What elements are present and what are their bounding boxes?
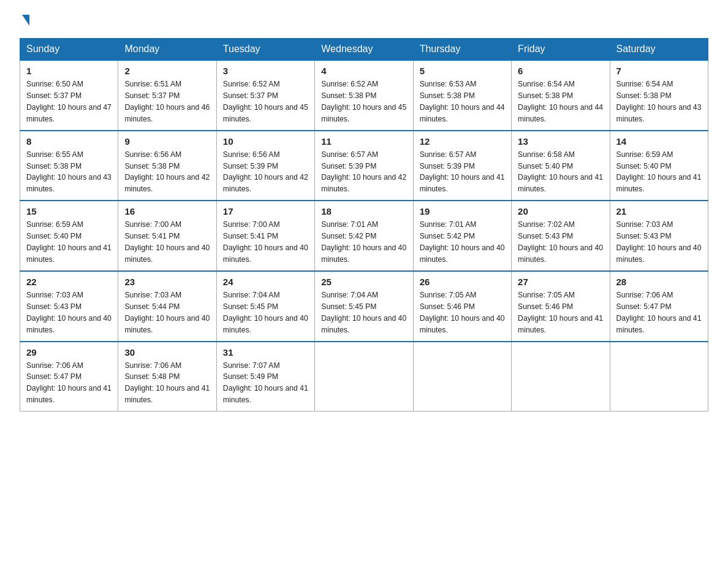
calendar-day-header: Tuesday [216, 39, 314, 61]
calendar-day-cell: 24Sunrise: 7:04 AMSunset: 5:45 PMDayligh… [216, 271, 314, 342]
calendar-day-cell [413, 342, 511, 412]
calendar-day-cell: 1Sunrise: 6:50 AMSunset: 5:37 PMDaylight… [20, 60, 118, 131]
calendar-day-cell: 21Sunrise: 7:03 AMSunset: 5:43 PMDayligh… [610, 201, 708, 271]
day-sun-info: Sunrise: 7:07 AMSunset: 5:49 PMDaylight:… [223, 360, 308, 407]
day-number: 25 [321, 277, 406, 287]
day-number: 22 [26, 277, 112, 287]
day-number: 4 [321, 66, 406, 76]
day-sun-info: Sunrise: 6:51 AMSunset: 5:37 PMDaylight:… [124, 79, 210, 125]
day-number: 23 [124, 277, 210, 287]
day-sun-info: Sunrise: 7:03 AMSunset: 5:43 PMDaylight:… [616, 219, 702, 266]
day-sun-info: Sunrise: 6:55 AMSunset: 5:38 PMDaylight:… [26, 149, 112, 196]
day-sun-info: Sunrise: 7:06 AMSunset: 5:47 PMDaylight:… [616, 289, 702, 336]
day-number: 19 [420, 206, 505, 216]
day-number: 5 [420, 66, 505, 76]
day-number: 31 [223, 347, 308, 358]
logo-arrow-icon [22, 15, 29, 26]
day-sun-info: Sunrise: 6:52 AMSunset: 5:38 PMDaylight:… [321, 79, 406, 125]
day-number: 13 [518, 136, 603, 147]
day-number: 28 [616, 277, 702, 287]
calendar-day-cell: 5Sunrise: 6:53 AMSunset: 5:38 PMDaylight… [413, 60, 511, 131]
calendar-week-row: 15Sunrise: 6:59 AMSunset: 5:40 PMDayligh… [20, 201, 708, 271]
day-sun-info: Sunrise: 7:03 AMSunset: 5:43 PMDaylight:… [26, 289, 112, 336]
calendar-day-cell [315, 342, 413, 412]
calendar-day-cell [512, 342, 610, 412]
day-sun-info: Sunrise: 6:54 AMSunset: 5:38 PMDaylight:… [616, 79, 702, 125]
calendar-day-cell: 13Sunrise: 6:58 AMSunset: 5:40 PMDayligh… [512, 131, 610, 201]
day-number: 26 [420, 277, 505, 287]
calendar-day-cell: 10Sunrise: 6:56 AMSunset: 5:39 PMDayligh… [216, 131, 314, 201]
day-number: 6 [518, 66, 603, 76]
day-number: 16 [124, 206, 210, 216]
day-number: 12 [420, 136, 505, 147]
calendar-week-row: 22Sunrise: 7:03 AMSunset: 5:43 PMDayligh… [20, 271, 708, 342]
day-sun-info: Sunrise: 6:59 AMSunset: 5:40 PMDaylight:… [616, 149, 702, 196]
calendar-day-cell: 9Sunrise: 6:56 AMSunset: 5:38 PMDaylight… [118, 131, 216, 201]
day-sun-info: Sunrise: 7:01 AMSunset: 5:42 PMDaylight:… [420, 219, 505, 266]
calendar-week-row: 1Sunrise: 6:50 AMSunset: 5:37 PMDaylight… [20, 60, 708, 131]
day-number: 24 [223, 277, 308, 287]
calendar-day-cell: 8Sunrise: 6:55 AMSunset: 5:38 PMDaylight… [20, 131, 118, 201]
day-number: 21 [616, 206, 702, 216]
day-sun-info: Sunrise: 7:04 AMSunset: 5:45 PMDaylight:… [223, 289, 308, 336]
day-number: 17 [223, 206, 308, 216]
calendar-day-cell: 18Sunrise: 7:01 AMSunset: 5:42 PMDayligh… [315, 201, 413, 271]
calendar-week-row: 29Sunrise: 7:06 AMSunset: 5:47 PMDayligh… [20, 342, 708, 412]
day-number: 10 [223, 136, 308, 147]
calendar-day-header: Sunday [20, 39, 118, 61]
day-sun-info: Sunrise: 6:57 AMSunset: 5:39 PMDaylight:… [321, 149, 406, 196]
day-number: 8 [26, 136, 112, 147]
day-sun-info: Sunrise: 7:04 AMSunset: 5:45 PMDaylight:… [321, 289, 406, 336]
day-sun-info: Sunrise: 6:56 AMSunset: 5:38 PMDaylight:… [124, 149, 210, 196]
calendar-day-cell: 15Sunrise: 6:59 AMSunset: 5:40 PMDayligh… [20, 201, 118, 271]
day-number: 7 [616, 66, 702, 76]
logo [20, 15, 29, 27]
calendar-day-cell: 19Sunrise: 7:01 AMSunset: 5:42 PMDayligh… [413, 201, 511, 271]
calendar-day-cell: 12Sunrise: 6:57 AMSunset: 5:39 PMDayligh… [413, 131, 511, 201]
day-number: 11 [321, 136, 406, 147]
day-sun-info: Sunrise: 6:57 AMSunset: 5:39 PMDaylight:… [420, 149, 505, 196]
day-number: 18 [321, 206, 406, 216]
day-sun-info: Sunrise: 6:53 AMSunset: 5:38 PMDaylight:… [420, 79, 505, 125]
day-sun-info: Sunrise: 7:05 AMSunset: 5:46 PMDaylight:… [420, 289, 505, 336]
calendar-day-cell: 7Sunrise: 6:54 AMSunset: 5:38 PMDaylight… [610, 60, 708, 131]
calendar-day-cell: 11Sunrise: 6:57 AMSunset: 5:39 PMDayligh… [315, 131, 413, 201]
calendar-day-cell: 2Sunrise: 6:51 AMSunset: 5:37 PMDaylight… [118, 60, 216, 131]
calendar-day-cell: 25Sunrise: 7:04 AMSunset: 5:45 PMDayligh… [315, 271, 413, 342]
calendar-day-cell: 29Sunrise: 7:06 AMSunset: 5:47 PMDayligh… [20, 342, 118, 412]
day-sun-info: Sunrise: 7:05 AMSunset: 5:46 PMDaylight:… [518, 289, 603, 336]
day-number: 30 [124, 347, 210, 358]
calendar-day-cell: 22Sunrise: 7:03 AMSunset: 5:43 PMDayligh… [20, 271, 118, 342]
calendar-day-cell: 17Sunrise: 7:00 AMSunset: 5:41 PMDayligh… [216, 201, 314, 271]
calendar-day-cell: 31Sunrise: 7:07 AMSunset: 5:49 PMDayligh… [216, 342, 314, 412]
day-number: 14 [616, 136, 702, 147]
calendar-day-header: Wednesday [315, 39, 413, 61]
day-sun-info: Sunrise: 7:00 AMSunset: 5:41 PMDaylight:… [223, 219, 308, 266]
day-sun-info: Sunrise: 6:52 AMSunset: 5:37 PMDaylight:… [223, 79, 308, 125]
day-number: 29 [26, 347, 112, 358]
calendar-day-cell: 6Sunrise: 6:54 AMSunset: 5:38 PMDaylight… [512, 60, 610, 131]
day-number: 9 [124, 136, 210, 147]
day-sun-info: Sunrise: 6:59 AMSunset: 5:40 PMDaylight:… [26, 219, 112, 266]
day-sun-info: Sunrise: 7:06 AMSunset: 5:47 PMDaylight:… [26, 360, 112, 407]
calendar-day-cell: 3Sunrise: 6:52 AMSunset: 5:37 PMDaylight… [216, 60, 314, 131]
day-number: 15 [26, 206, 112, 216]
calendar-day-cell: 26Sunrise: 7:05 AMSunset: 5:46 PMDayligh… [413, 271, 511, 342]
day-sun-info: Sunrise: 6:56 AMSunset: 5:39 PMDaylight:… [223, 149, 308, 196]
day-sun-info: Sunrise: 6:58 AMSunset: 5:40 PMDaylight:… [518, 149, 603, 196]
day-number: 2 [124, 66, 210, 76]
calendar-day-cell: 16Sunrise: 7:00 AMSunset: 5:41 PMDayligh… [118, 201, 216, 271]
day-sun-info: Sunrise: 7:02 AMSunset: 5:43 PMDaylight:… [518, 219, 603, 266]
calendar-day-cell: 14Sunrise: 6:59 AMSunset: 5:40 PMDayligh… [610, 131, 708, 201]
calendar-day-cell: 28Sunrise: 7:06 AMSunset: 5:47 PMDayligh… [610, 271, 708, 342]
day-sun-info: Sunrise: 7:06 AMSunset: 5:48 PMDaylight:… [124, 360, 210, 407]
calendar-day-header: Saturday [610, 39, 708, 61]
day-number: 3 [223, 66, 308, 76]
calendar-week-row: 8Sunrise: 6:55 AMSunset: 5:38 PMDaylight… [20, 131, 708, 201]
day-number: 27 [518, 277, 603, 287]
calendar-day-header: Friday [512, 39, 610, 61]
page-header [20, 15, 708, 27]
day-number: 20 [518, 206, 603, 216]
calendar-day-cell: 30Sunrise: 7:06 AMSunset: 5:48 PMDayligh… [118, 342, 216, 412]
calendar-day-cell [610, 342, 708, 412]
